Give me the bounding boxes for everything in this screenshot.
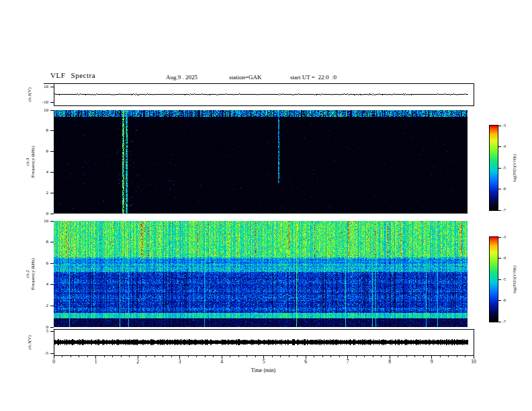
x-axis-minor-tick — [188, 356, 189, 357]
ch2-spectrogram-y-tick-label: 2 — [34, 303, 48, 308]
x-axis-tick-label: 2 — [130, 359, 146, 365]
x-axis-minor-tick — [280, 356, 281, 357]
ch2-colorbar-tick-label: -3 — [502, 235, 506, 240]
ch1-colorbar-tick-label: -7 — [502, 208, 506, 213]
ch1-voltage-axis-label: ch.1(V) — [27, 87, 32, 102]
ch2-colorbar-tick — [498, 300, 501, 301]
x-axis-minor-tick — [406, 356, 407, 357]
ch1-colorbar-tick — [498, 168, 501, 169]
ch2-spectrogram-y-tick — [50, 284, 54, 285]
ch1-colorbar-tick — [498, 126, 501, 126]
ch2-spectrogram-y-tick-label: 10 — [34, 218, 48, 224]
ch1-colorbar-tick — [498, 146, 501, 147]
ch2-spectrogram-y-tick — [50, 242, 54, 242]
x-axis-minor-tick — [71, 356, 71, 357]
ch1-spectrogram-y-tick — [50, 172, 54, 173]
ch1-colorbar-tick-label: -5 — [502, 166, 506, 171]
ch2-colorbar-tick — [498, 279, 501, 280]
x-axis-minor-tick — [272, 356, 273, 357]
x-axis-minor-tick — [154, 356, 155, 357]
x-axis-minor-tick — [373, 356, 373, 357]
date-label: Aug.9 . 2025 — [166, 74, 197, 81]
ch1-spectrogram-y-tick-label: 8 — [34, 128, 48, 133]
ch1-spectrogram-y-tick-label: 2 — [34, 190, 48, 195]
x-axis-minor-tick — [62, 356, 62, 357]
x-axis-minor-tick — [457, 356, 457, 357]
x-axis-minor-tick — [381, 356, 382, 357]
ch2-colorbar-label: log(PSD)(V²/Hz) — [512, 265, 517, 293]
ch2-spectrogram-y-tick — [50, 327, 54, 328]
x-axis-title: Time (min) — [230, 367, 297, 373]
x-axis-minor-tick — [112, 356, 113, 357]
ch3-voltage-axis-label: ch.3(V) — [27, 335, 32, 350]
x-axis-minor-tick — [205, 356, 206, 357]
x-axis-tick-label: 4 — [214, 359, 230, 365]
x-axis-tick-label: 0 — [46, 359, 62, 365]
ch2-spectrogram-y-tick-label: 6 — [34, 261, 48, 266]
x-axis-minor-tick — [230, 356, 230, 357]
ch1-colorbar-tick-label: -3 — [502, 124, 506, 128]
ch1-spectrogram-y-tick-label: 0 — [34, 211, 48, 216]
ch2-colorbar-tick — [498, 322, 501, 322]
ch1-colorbar-tick-label: -4 — [502, 144, 506, 149]
x-axis-minor-tick — [104, 356, 105, 357]
x-axis-minor-tick — [163, 356, 163, 357]
x-axis-minor-tick — [129, 356, 130, 357]
ch1-colorbar-tick-label: -6 — [502, 187, 506, 191]
x-axis-minor-tick — [423, 356, 424, 357]
x-axis-minor-tick — [87, 356, 88, 357]
x-axis-minor-tick — [440, 356, 441, 357]
station-label: station=GAK — [229, 74, 262, 81]
axis-label-line: ch.2 — [25, 258, 30, 290]
ch3-voltage-trace — [54, 330, 468, 355]
ch1-spectrogram — [54, 110, 468, 214]
x-axis-minor-tick — [356, 356, 357, 357]
ch2-colorbar-tick-label: -4 — [502, 256, 506, 261]
x-axis-minor-tick — [314, 356, 314, 357]
ch1-spectrogram-y-tick-label: 6 — [34, 148, 48, 154]
ch2-spectrogram-y-tick — [50, 306, 54, 306]
ch2-colorbar — [489, 236, 498, 322]
ch1-voltage-y-tick — [50, 102, 54, 103]
ch2-spectrogram-y-tick-label: 8 — [34, 239, 48, 244]
ch2-colorbar-tick-label: -6 — [502, 298, 506, 303]
x-axis-minor-tick — [238, 356, 239, 357]
ch1-voltage-y-tick-label: -10 — [34, 99, 48, 105]
start-time-label: start UT = 22:0 :0 — [290, 74, 337, 81]
x-axis-minor-tick — [465, 356, 466, 357]
ch1-spectrogram-y-tick-label: 10 — [34, 107, 48, 113]
x-axis-minor-tick — [121, 356, 122, 357]
x-axis-minor-tick — [79, 356, 79, 357]
vlf-spectra-figure: VLF Spectra Aug.9 . 2025 station=GAK sta… — [0, 0, 532, 411]
x-axis-tick-label: 3 — [172, 359, 188, 365]
ch1-voltage-y-tick — [50, 87, 54, 87]
x-axis-tick-label: 7 — [340, 359, 356, 365]
ch3-voltage-y-tick — [50, 353, 54, 354]
ch2-colorbar-tick-label: -7 — [502, 320, 506, 324]
ch1-spectrogram-y-tick — [50, 193, 54, 193]
ch2-spectrogram-y-tick — [50, 263, 54, 264]
ch3-voltage-y-tick-label: 5 — [34, 328, 48, 334]
x-axis-minor-tick — [322, 356, 323, 357]
ch1-spectrogram-y-tick — [50, 151, 54, 152]
ch1-spectrogram-y-tick — [50, 214, 54, 214]
ch1-voltage-trace — [54, 85, 468, 105]
x-axis-minor-tick — [297, 356, 298, 357]
ch1-colorbar-label: log(PSD)(V²/Hz) — [512, 154, 517, 181]
ch1-spectrogram-y-tick — [50, 130, 54, 131]
x-axis-minor-tick — [171, 356, 172, 357]
x-axis-minor-tick — [289, 356, 290, 357]
figure-title: VLF Spectra — [50, 71, 95, 79]
ch2-colorbar-tick — [498, 237, 501, 238]
ch1-spectrogram-y-tick-label: 4 — [34, 169, 48, 175]
axis-label-line: ch.1 — [25, 146, 30, 178]
x-axis-minor-tick — [247, 356, 247, 357]
ch2-spectrogram-y-tick — [50, 221, 54, 222]
ch2-colorbar-tick — [498, 258, 501, 259]
ch2-spectrogram-y-tick-label: 4 — [34, 281, 48, 287]
ch2-spectrogram — [54, 221, 468, 327]
x-axis-minor-tick — [255, 356, 256, 357]
x-axis-minor-tick — [398, 356, 398, 357]
x-axis-minor-tick — [330, 356, 331, 357]
x-axis-minor-tick — [364, 356, 365, 357]
